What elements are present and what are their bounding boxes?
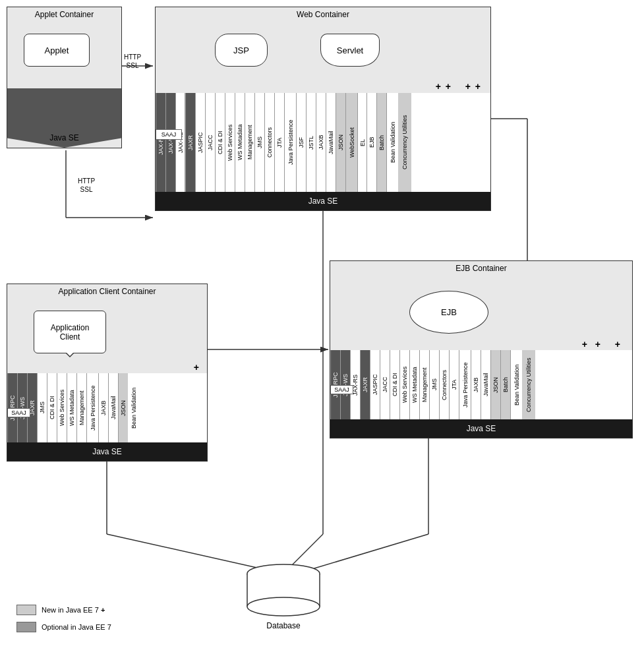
strip-jms-ejb: JMS bbox=[429, 350, 439, 419]
plus-ejb-2: + bbox=[595, 339, 600, 349]
plus-2: + bbox=[446, 81, 451, 92]
legend-new-box bbox=[16, 605, 36, 615]
strip-ws-web: Web Services bbox=[225, 93, 235, 192]
strip-jaxr-web: JAXR bbox=[185, 93, 195, 192]
strip-el-web: EL bbox=[357, 93, 366, 192]
saaj-web: SAAJ bbox=[156, 129, 182, 140]
applet-container-label: Applet Container bbox=[7, 10, 121, 19]
diagram-area: Database Applet Container Applet Java SE… bbox=[0, 0, 644, 662]
strip-jmail-ejb: JavaMail bbox=[481, 350, 490, 419]
strip-batch-ejb: Batch bbox=[500, 350, 510, 419]
applet-container: Applet Container Applet Java SE bbox=[7, 7, 122, 148]
appclient-container-label: Application Client Container bbox=[7, 287, 207, 296]
svg-line-12 bbox=[297, 534, 428, 574]
strip-jaxb-web: JAXB bbox=[316, 93, 326, 192]
acc-strips: JAX-RPC JAX-WS JAXR JMS CDI & DI Web Ser… bbox=[7, 373, 207, 442]
applet-box: Applet bbox=[24, 34, 90, 67]
strip-mgmt-web: Management bbox=[245, 93, 254, 192]
plus-1: + bbox=[436, 81, 441, 92]
appclient-container: Application Client Container Application… bbox=[7, 284, 208, 462]
strip-conn-ejb: Connectors bbox=[439, 350, 449, 419]
plus-acc: + bbox=[194, 362, 199, 373]
svg-line-8 bbox=[107, 534, 283, 574]
strip-jaspic-ejb: JASPIC bbox=[370, 350, 380, 419]
ejb-javase-bar: Java SE bbox=[330, 419, 632, 438]
legend-optional-label: Optional in Java EE 7 bbox=[42, 623, 111, 631]
strip-jta-ejb: JTA bbox=[449, 350, 459, 419]
plus-ejb-1: + bbox=[582, 339, 587, 349]
strip-jacc-web: JACC bbox=[205, 93, 215, 192]
jsp-label: JSP bbox=[233, 45, 249, 55]
strip-mgmt-acc: Management bbox=[76, 373, 86, 442]
strip-batch-web: Batch bbox=[376, 93, 386, 192]
strip-jaspic-web: JASPIC bbox=[195, 93, 205, 192]
ejb-label: EJB bbox=[441, 307, 457, 317]
plus-ejb-3: + bbox=[615, 339, 620, 349]
strip-ws-acc: Web Services bbox=[57, 373, 67, 442]
database-label: Database bbox=[266, 621, 301, 630]
strip-jmail-web: JavaMail bbox=[326, 93, 336, 192]
legend-new-label: New in Java EE 7 + bbox=[42, 606, 105, 614]
strip-mgmt-ejb: Management bbox=[419, 350, 429, 419]
strip-bv-web: Bean Validation bbox=[386, 93, 398, 192]
legend-new: New in Java EE 7 + bbox=[16, 605, 111, 615]
strip-jmail-acc: JavaMail bbox=[108, 373, 118, 442]
http-ssl-1: HTTP SSL bbox=[124, 53, 141, 70]
applet-dark-top bbox=[7, 88, 121, 125]
strip-wsm-ejb: WS Metadata bbox=[409, 350, 419, 419]
strip-json-web: JSON bbox=[336, 93, 345, 192]
web-container: Web Container JSP Servlet + + + + JAX-RP… bbox=[155, 7, 491, 211]
saaj-acc: SAAJ bbox=[7, 408, 30, 417]
strip-jaxb-ejb: JAXB bbox=[471, 350, 481, 419]
strip-bv-ejb: Bean Validation bbox=[510, 350, 522, 419]
strip-jacc-ejb: JACC bbox=[380, 350, 390, 419]
app-client-label: Application Client bbox=[51, 323, 90, 342]
strip-cdi-ejb: CDI & DI bbox=[390, 350, 399, 419]
ejb-ellipse: EJB bbox=[409, 291, 488, 334]
strip-ejb-web: EJB bbox=[366, 93, 376, 192]
strip-cdi-web: CDI & DI bbox=[215, 93, 225, 192]
servlet-label: Servlet bbox=[337, 45, 363, 55]
plus-4: + bbox=[475, 81, 481, 92]
strip-jp-ejb: Java Persistence bbox=[459, 350, 471, 419]
strip-ws2-web: WebSocket bbox=[345, 93, 357, 192]
acc-javase-bar: Java SE bbox=[7, 442, 207, 461]
legend-optional: Optional in Java EE 7 bbox=[16, 622, 111, 632]
strip-cu-ejb: Concurrency Utilities bbox=[522, 350, 535, 419]
strip-jstl-web: JSTL bbox=[306, 93, 316, 192]
servlet-box: Servlet bbox=[320, 34, 380, 67]
strip-jta-web: JTA bbox=[274, 93, 284, 192]
web-javase-bar: Java SE bbox=[156, 192, 490, 210]
saaj-ejb: SAAJ bbox=[330, 385, 353, 394]
strip-jaxws-web: JAX-WS bbox=[165, 93, 175, 192]
legend-optional-box bbox=[16, 622, 36, 632]
applet-label: Applet bbox=[45, 45, 69, 55]
strip-conn-web: Connectors bbox=[264, 93, 274, 192]
strip-bv-acc: Bean Validation bbox=[128, 373, 140, 442]
strip-jsf-web: JSF bbox=[296, 93, 306, 192]
plus-3: + bbox=[465, 81, 471, 92]
ejb-container: EJB Container EJB + + + JAX-RPC JAX-WS J… bbox=[330, 260, 633, 438]
strip-wsm-acc: WS Metadata bbox=[67, 373, 76, 442]
jsp-box: JSP bbox=[215, 34, 268, 67]
legend: New in Java EE 7 + Optional in Java EE 7 bbox=[16, 605, 111, 639]
web-container-label: Web Container bbox=[156, 10, 490, 19]
strip-json-acc: JSON bbox=[118, 373, 128, 442]
strip-cu-web: Concurrency Utilities bbox=[398, 93, 411, 192]
strip-wsm-web: WS Metadata bbox=[235, 93, 245, 192]
strip-ws-ejb: Web Services bbox=[399, 350, 409, 419]
strip-jaxrpc-web: JAX-RPC bbox=[156, 93, 165, 192]
strip-jaxr-ejb: JAXR bbox=[360, 350, 370, 419]
web-strips: JAX-RPC JAX-WS JAX-RS JAXR JASPIC JACC C… bbox=[156, 93, 490, 192]
strip-jp-acc: Java Persistence bbox=[86, 373, 98, 442]
svg-point-17 bbox=[247, 597, 320, 616]
strip-jms-web: JMS bbox=[254, 93, 264, 192]
applet-javase-label: Java SE bbox=[7, 133, 121, 142]
strip-jp-web: Java Persistence bbox=[284, 93, 296, 192]
ejb-container-label: EJB Container bbox=[330, 264, 632, 273]
http-ssl-2: HTTP SSL bbox=[78, 177, 95, 194]
ejb-strips: JAX-RPC JAX-WS JAX-RS JAXR JASPIC JACC C… bbox=[330, 350, 632, 419]
app-client-box: Application Client bbox=[34, 311, 106, 353]
strip-json-ejb: JSON bbox=[490, 350, 500, 419]
svg-rect-14 bbox=[247, 574, 320, 607]
